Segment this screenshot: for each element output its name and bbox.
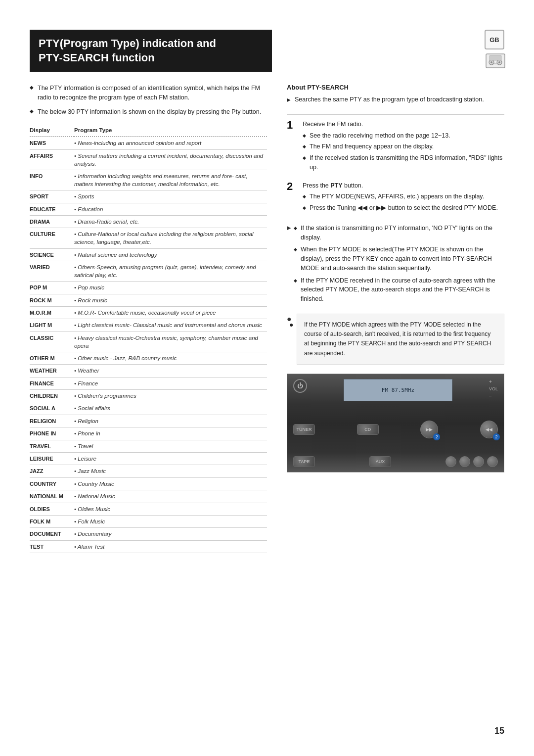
display-cell: INFO xyxy=(30,170,74,190)
sm-btn-4 xyxy=(487,456,498,467)
table-row: LEISURE• Leisure xyxy=(30,453,267,465)
program-type-cell: • Leisure xyxy=(74,453,267,465)
power-button: ⏻ xyxy=(293,379,307,393)
step-1-bullet-3: If the received station is transmitting … xyxy=(303,153,504,172)
table-row: SCIENCE• Natural science and technology xyxy=(30,248,267,261)
program-type-cell: • News-including an announced opinion an… xyxy=(74,137,267,149)
col-program-type: Program Type xyxy=(74,125,267,137)
table-row: LIGHT M• Light classical music- Classica… xyxy=(30,319,267,331)
display-cell: CULTURE xyxy=(30,228,74,248)
step-1-num: 1 xyxy=(287,120,298,174)
program-type-cell: • Natural science and technology xyxy=(74,248,267,261)
cassette-icon xyxy=(486,53,505,68)
display-cell: DRAMA xyxy=(30,215,74,228)
program-type-cell: • Culture-National or local culture incl… xyxy=(74,228,267,248)
display-cell: JAZZ xyxy=(30,465,74,477)
badge-2a: 2 xyxy=(433,433,440,440)
program-type-cell: • Folk Music xyxy=(74,515,267,527)
program-type-cell: • Oldies Music xyxy=(74,503,267,515)
table-row: SPORT• Sports xyxy=(30,190,267,203)
divider-1 xyxy=(287,114,504,115)
main-content: The PTY information is composed of an id… xyxy=(30,84,504,553)
display-cell: LIGHT M xyxy=(30,319,74,331)
program-type-cell: • Social affairs xyxy=(74,402,267,415)
display-cell: CHILDREN xyxy=(30,390,74,402)
svg-rect-5 xyxy=(490,55,501,60)
table-row: ROCK M• Rock music xyxy=(30,294,267,306)
note-1: If the station is transmitting no PTY in… xyxy=(294,224,504,242)
display-cell: M.O.R.M xyxy=(30,306,74,319)
page-title: PTY(Program Type) indication and PTY-SEA… xyxy=(39,37,263,65)
step-1-content: Receive the FM radio. See the radio rece… xyxy=(303,120,504,174)
notes-section: ▶ If the station is transmitting no PTY … xyxy=(287,224,504,307)
display-cell: OTHER M xyxy=(30,352,74,364)
program-type-cell: • Pop music xyxy=(74,282,267,294)
display-cell: TEST xyxy=(30,540,74,553)
note-3: If the PTY MODE received in the course o… xyxy=(294,276,504,304)
display-cell: NATIONAL M xyxy=(30,490,74,503)
table-row: TRAVEL• Travel xyxy=(30,440,267,452)
device-middle-row: TUNER CD ▶▶ 2 ◀◀ 2 xyxy=(293,405,498,454)
program-type-cell: • Documentary xyxy=(74,528,267,540)
step-2: 2 Press the PTY button. The PTY MODE(NEW… xyxy=(287,181,504,215)
table-row: PHONE IN• Phone in xyxy=(30,427,267,440)
table-row: VARIED• Others-Speech, amusing program (… xyxy=(30,261,267,281)
step-2-title: Press the PTY button. xyxy=(303,181,504,190)
table-row: FINANCE• Finance xyxy=(30,377,267,389)
program-type-cell: • Rock music xyxy=(74,294,267,306)
table-row: NATIONAL M• National Music xyxy=(30,490,267,503)
display-cell: TRAVEL xyxy=(30,440,74,452)
step-2-content: Press the PTY button. The PTY MODE(NEWS,… xyxy=(303,181,504,215)
program-type-cell: • Weather xyxy=(74,365,267,377)
display-cell: WEATHER xyxy=(30,365,74,377)
step-2-num: 2 xyxy=(287,181,298,215)
steps-section: 1 Receive the FM radio. See the radio re… xyxy=(287,120,504,215)
about-pty-text: Searches the same PTY as the program typ… xyxy=(287,95,504,104)
display-cell: VARIED xyxy=(30,261,74,281)
program-type-cell: • Light classical music- Classical music… xyxy=(74,319,267,331)
about-pty-title: About PTY-SEARCH xyxy=(287,84,504,91)
table-row: EDUCATE• Education xyxy=(30,203,267,215)
table-row: CHILDREN• Children's programmes xyxy=(30,390,267,402)
table-row: POP M• Pop music xyxy=(30,282,267,294)
program-type-cell: • Phone in xyxy=(74,427,267,440)
table-row: NEWS• News-including an announced opinio… xyxy=(30,137,267,149)
display-cell: ROCK M xyxy=(30,294,74,306)
col-display: Display xyxy=(30,125,74,137)
device-bottom-row: TAPE AUX xyxy=(293,456,498,467)
table-row: M.O.R.M• M.O.R- Comfortable music, occas… xyxy=(30,306,267,319)
program-type-cell: • Several matters including a current in… xyxy=(74,149,267,170)
program-type-cell: • Education xyxy=(74,203,267,215)
display-cell: SCIENCE xyxy=(30,248,74,261)
table-row: AFFAIRS• Several matters including a cur… xyxy=(30,149,267,170)
info-box: If the PTY MODE which agrees with the PT… xyxy=(297,314,504,365)
step-1-bullet-1: See the radio receiving method on the pa… xyxy=(303,131,504,141)
table-row: OLDIES• Oldies Music xyxy=(30,503,267,515)
right-column: About PTY-SEARCH Searches the same PTY a… xyxy=(287,84,504,553)
display-cell: FINANCE xyxy=(30,377,74,389)
table-row: CLASSIC• Heavy classical music-Orchestra… xyxy=(30,331,267,352)
display-cell: EDUCATE xyxy=(30,203,74,215)
gb-badge: GB xyxy=(485,30,504,49)
small-buttons xyxy=(445,456,498,467)
cd-button: CD xyxy=(357,424,379,435)
page-title-block: PTY(Program Type) indication and PTY-SEA… xyxy=(30,30,272,72)
svg-point-3 xyxy=(490,61,492,63)
sm-btn-2 xyxy=(459,456,470,467)
display-cell: NEWS xyxy=(30,137,74,149)
step-1: 1 Receive the FM radio. See the radio re… xyxy=(287,120,504,174)
table-row: WEATHER• Weather xyxy=(30,365,267,377)
table-row: RELIGION• Religion xyxy=(30,415,267,427)
display-cell: RELIGION xyxy=(30,415,74,427)
program-type-cell: • National Music xyxy=(74,490,267,503)
display-cell: SPORT xyxy=(30,190,74,203)
program-type-cell: • Sports xyxy=(74,190,267,203)
program-type-cell: • Jazz Music xyxy=(74,465,267,477)
sm-btn-3 xyxy=(473,456,484,467)
badge-2b: 2 xyxy=(493,433,500,440)
program-type-cell: • Information including weights and meas… xyxy=(74,170,267,190)
display-cell: OLDIES xyxy=(30,503,74,515)
info-box-wrapper: ● If the PTY MODE which agrees with the … xyxy=(287,314,504,365)
program-type-cell: • Country Music xyxy=(74,477,267,490)
table-row: DRAMA• Drama-Radio serial, etc. xyxy=(30,215,267,228)
